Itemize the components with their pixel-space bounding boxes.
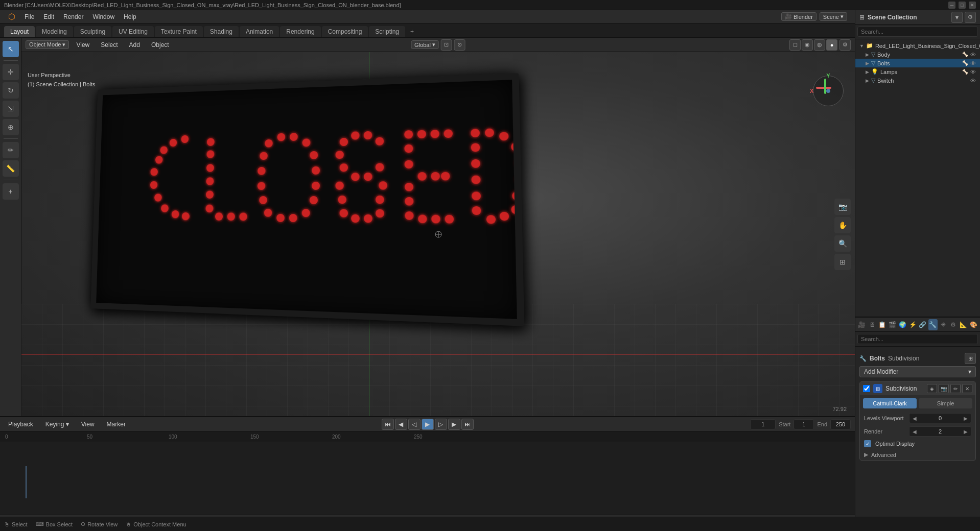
tab-texture-paint[interactable]: Texture Paint [155,26,203,37]
levels-viewport-field[interactable]: ◀ 0 ▶ [909,413,971,423]
modifier-edit-button[interactable]: ✏ [950,384,961,393]
menu-window[interactable]: Window [88,12,119,21]
modifier-apply-button[interactable]: ◈ [927,384,937,393]
solid-shading-button[interactable]: ◉ [802,39,813,51]
levels-viewport-dec-button[interactable]: ◀ [911,414,919,423]
props-particles-icon-btn[interactable]: ✳ [939,319,948,330]
menu-render[interactable]: Render [59,12,87,21]
outliner-search-input[interactable] [857,27,978,37]
render-level-inc-button[interactable]: ▶ [962,427,970,436]
tab-layout[interactable]: Layout [4,26,35,37]
gizmo-y-axis[interactable]: Y [826,73,830,79]
menu-file[interactable]: File [20,12,38,21]
menu-blender[interactable]: ⬡ [4,11,19,22]
proportional-edit-button[interactable]: ⊙ [454,39,465,51]
measure-tool-button[interactable]: 📏 [3,160,19,177]
viewport-zoom-button[interactable]: 🔍 [834,235,851,252]
start-frame-field[interactable]: 1 [794,419,814,429]
add-modifier-button[interactable]: Add Modifier ▾ [859,366,976,377]
viewport-options-button[interactable]: ⚙ [839,39,851,51]
tab-sculpting[interactable]: Sculpting [74,26,111,37]
props-scene-icon-btn[interactable]: 🎬 [888,319,897,330]
props-render-icon-btn[interactable]: 🎥 [857,319,867,330]
outliner-options-button[interactable]: ⚙ [965,12,976,23]
object-mode-selector[interactable]: Object Mode ▾ [26,40,69,49]
timeline-tracks[interactable] [0,442,855,515]
scene-selector[interactable]: Scene ▾ [820,12,847,21]
optimal-display-checkbox[interactable]: ✓ [864,440,871,447]
properties-search-input[interactable] [857,334,978,344]
tab-shading[interactable]: Shading [204,26,239,37]
material-shading-button[interactable]: ◍ [814,39,825,51]
close-button[interactable]: ✕ [969,2,976,9]
viewport-select-menu[interactable]: Select [97,40,122,50]
jump-to-start-button[interactable]: ⏮ [382,419,394,430]
catmull-clark-button[interactable]: Catmull-Clark [863,398,917,408]
play-button[interactable]: ▶ [422,419,434,430]
props-material-icon-btn[interactable]: 🎨 [969,319,978,330]
render-level-field[interactable]: ◀ 2 ▶ [909,426,971,437]
props-output-icon-btn[interactable]: 🖥 [868,319,877,330]
tree-item-body[interactable]: ▶ ▽ Body 🦴 👁 [855,50,980,59]
modifier-render-button[interactable]: 📷 [939,384,949,393]
viewport-grid-button[interactable]: ⊞ [834,254,851,270]
prev-keyframe-button[interactable]: ◁ [408,419,421,430]
end-frame-field[interactable]: 250 [830,419,851,429]
annotate-tool-button[interactable]: ✏ [3,142,19,158]
props-physics-icon-btn[interactable]: ⚙ [948,319,958,330]
props-modifier-icon-btn[interactable]: 🔧 [928,319,938,330]
tree-item-lamps[interactable]: ▶ 💡 Lamps 🦴 👁 [855,67,980,76]
viewport-3d[interactable]: Object Mode ▾ View Select Add Object Glo… [21,38,855,416]
gizmo-x-axis[interactable]: X [810,88,813,94]
scale-tool-button[interactable]: ⇲ [3,101,19,117]
current-frame-field[interactable]: 1 [750,419,776,429]
snap-button[interactable]: ⊡ [441,39,452,51]
tree-eye-lamps[interactable]: 👁 [970,69,976,75]
select-tool-button[interactable]: ↖ [3,41,19,57]
modifier-expand-all-button[interactable]: ⊞ [965,353,976,364]
add-workspace-button[interactable]: + [406,26,418,37]
outliner-filter-button[interactable]: ▼ [951,12,963,23]
props-view-layer-icon-btn[interactable]: 📋 [878,319,887,330]
tree-eye-switch[interactable]: 👁 [970,78,976,84]
minimize-button[interactable]: ─ [948,2,955,9]
tab-compositing[interactable]: Compositing [322,26,368,37]
tree-item-switch[interactable]: ▶ ▽ Switch 👁 [855,76,980,85]
prev-frame-button[interactable]: ◀ [395,419,407,430]
tab-scripting[interactable]: Scripting [369,26,405,37]
subdivision-modifier-name[interactable]: Subdivision [885,385,924,392]
transform-tool-button[interactable]: ⊕ [3,119,19,135]
wireframe-shading-button[interactable]: ◻ [789,39,801,51]
tree-eye-body[interactable]: 👁 [970,52,976,58]
modifier-delete-button[interactable]: ✕ [962,384,972,393]
viewport-camera-button[interactable]: 📷 [834,199,851,215]
advanced-toggle-row[interactable]: ▶ Advanced [860,449,975,460]
menu-edit[interactable]: Edit [39,12,58,21]
tab-uv-editing[interactable]: UV Editing [112,26,154,37]
move-tool-button[interactable]: ✛ [3,64,19,80]
viewport-view-menu[interactable]: View [72,40,94,50]
add-tool-button[interactable]: + [3,183,19,200]
tree-item-root-collection[interactable]: ▼ 📁 Red_LED_Light_Business_Sign_Closed_O… [855,41,980,50]
next-frame-button[interactable]: ▶ [448,419,460,430]
levels-viewport-inc-button[interactable]: ▶ [962,414,970,423]
jump-to-end-button[interactable]: ⏭ [461,419,474,430]
transform-global-selector[interactable]: Global ▾ [411,40,439,49]
tree-item-bolts[interactable]: ▶ ▽ Bolts 🦴 👁 [855,59,980,67]
next-keyframe-button[interactable]: ▷ [435,419,447,430]
props-constraints-icon-btn[interactable]: 🔗 [918,319,927,330]
rendered-shading-button[interactable]: ● [826,39,837,51]
viewport-add-menu[interactable]: Add [125,40,144,50]
tab-animation[interactable]: Animation [240,26,279,37]
render-level-dec-button[interactable]: ◀ [911,427,919,436]
tree-eye-bolts[interactable]: 👁 [970,60,976,66]
render-engine-selector[interactable]: 🎥 Blender [781,12,816,21]
tab-rendering[interactable]: Rendering [280,26,320,37]
simple-button[interactable]: Simple [919,398,972,408]
rotate-tool-button[interactable]: ↻ [3,82,19,99]
maximize-button[interactable]: □ [959,2,966,9]
viewport-move-button[interactable]: ✋ [834,217,851,233]
menu-help[interactable]: Help [120,12,141,21]
keying-menu[interactable]: Keying ▾ [41,420,73,429]
subdivision-modifier-toggle[interactable] [863,385,870,392]
